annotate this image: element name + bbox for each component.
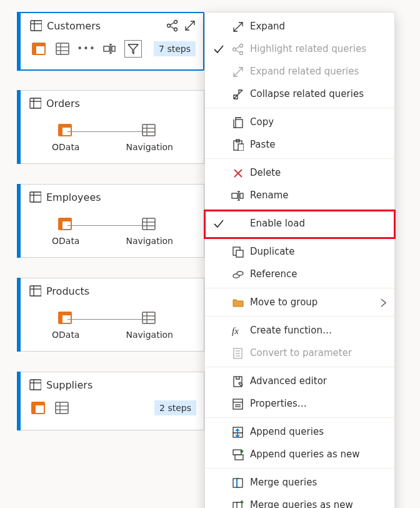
menu-merge-queries[interactable]: Merge queries [205,471,394,494]
menu-duplicate[interactable]: Duplicate [205,240,394,263]
step-label: Navigation [126,236,173,246]
menu-advanced-editor[interactable]: Advanced editor [205,370,394,392]
query-title: Products [46,285,89,297]
separator [205,158,394,159]
parameter-icon [230,347,245,359]
orange-table-icon[interactable] [29,39,48,58]
step-navigation[interactable]: Navigation [126,122,173,152]
append-icon [230,425,245,438]
separator [205,468,394,469]
separator [205,209,394,210]
orange-table-icon[interactable] [29,399,48,417]
step-odata[interactable]: OData [52,310,79,340]
context-menu: Expand Highlight related queries Expand … [204,12,395,508]
duplicate-icon [230,245,245,258]
menu-copy[interactable]: Copy [205,111,394,133]
menu-highlight-related[interactable]: Highlight related queries [205,38,394,60]
steps-badge[interactable]: 7 steps [154,41,196,56]
step-navigation[interactable]: Navigation [126,310,173,340]
menu-delete[interactable]: Delete [205,161,394,184]
menu-append-queries-as-new[interactable]: Append queries as new [205,443,394,465]
step-odata[interactable]: OData [52,122,79,152]
table-icon [29,285,41,297]
properties-icon [230,397,245,410]
filter-icon[interactable] [124,40,142,58]
folder-icon [230,296,245,308]
step-label: OData [52,330,79,340]
rename-icon [230,189,245,201]
step-label: OData [52,236,79,246]
separator [205,237,394,238]
delete-icon [230,166,245,179]
query-card-products[interactable]: Products OData Navigation [17,278,204,352]
query-title: Orders [46,98,80,109]
chevron-right-icon [377,296,387,308]
menu-enable-load[interactable]: Enable load [205,212,394,235]
reference-icon [230,268,245,280]
query-card-orders[interactable]: Orders OData Navigation [17,90,204,164]
menu-merge-queries-as-new[interactable]: Merge queries as new [205,494,394,508]
collapse-icon [230,88,245,100]
copy-icon [230,116,245,128]
fx-icon [230,324,245,337]
table-icon [29,19,42,32]
append-new-icon [230,448,245,460]
query-title: Suppliers [46,379,92,391]
query-card-suppliers[interactable]: Suppliers 2 steps [17,372,204,430]
separator [205,316,394,317]
separator [205,288,394,288]
menu-expand-related[interactable]: Expand related queries [205,60,394,83]
menu-move-to-group[interactable]: Move to group [205,291,394,313]
steps-badge[interactable]: 2 steps [154,400,196,415]
step-label: Navigation [126,330,173,340]
advanced-editor-icon [230,375,245,387]
merge-new-icon [230,499,245,508]
menu-reference[interactable]: Reference [205,263,394,285]
table-icon [29,97,41,109]
separator [205,417,394,418]
step-navigation[interactable]: Navigation [126,216,173,246]
menu-collapse-related[interactable]: Collapse related queries [205,83,394,105]
query-card-customers[interactable]: Customers ••• 7 steps [17,12,204,71]
expand-icon[interactable] [183,19,196,32]
rename-step-icon[interactable] [101,39,119,58]
expand-icon [230,65,245,78]
table-icon [29,378,41,391]
card-accent [17,12,21,71]
step-label: Navigation [126,142,173,152]
query-title: Customers [47,20,101,32]
expand-icon [230,20,245,33]
query-card-employees[interactable]: Employees OData Navigation [17,184,204,258]
related-icon[interactable] [166,19,178,32]
share-icon [230,43,245,55]
menu-properties[interactable]: Properties… [205,392,394,415]
plain-table-icon[interactable] [52,399,71,417]
query-title: Employees [46,191,101,203]
merge-icon [230,476,245,489]
plain-table-icon[interactable] [53,39,72,58]
table-icon [29,191,41,203]
separator [205,367,394,367]
step-odata[interactable]: OData [52,216,79,246]
separator [205,108,394,108]
card-accent [17,372,21,430]
menu-paste[interactable]: Paste [205,133,394,156]
step-label: OData [52,142,79,152]
menu-append-queries[interactable]: Append queries [205,420,394,443]
check-icon [211,217,225,230]
menu-rename[interactable]: Rename [205,184,394,206]
more-icon[interactable]: ••• [77,39,96,58]
check-icon [211,43,225,55]
paste-icon [230,138,245,151]
menu-create-function[interactable]: Create function… [205,319,394,342]
menu-convert-to-parameter[interactable]: Convert to parameter [205,342,394,364]
menu-expand[interactable]: Expand [205,15,394,38]
